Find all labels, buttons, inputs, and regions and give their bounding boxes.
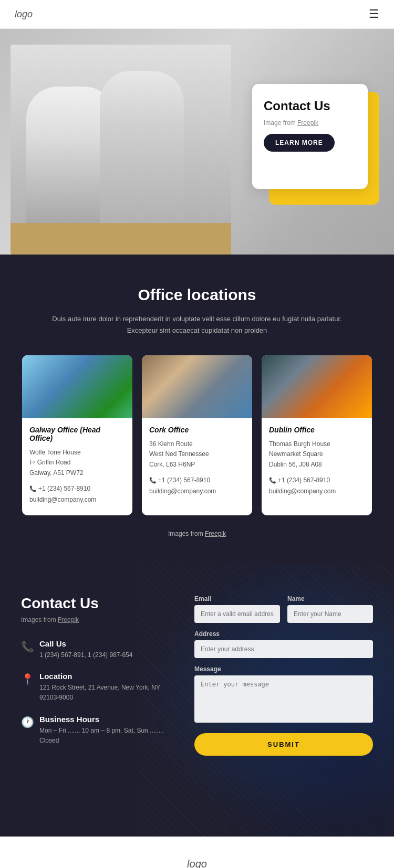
galway-contact-info: +1 (234) 567-8910 building@company.com (29, 483, 125, 506)
office-card-galway: Galway Office (Head Office) Wolfe Tone H… (22, 355, 132, 515)
cork-contact-info: +1 (234) 567-8910 building@company.com (149, 475, 245, 497)
call-us-title: Call Us (39, 639, 132, 648)
hero-contact-card: Contact Us Image from Freepik LEARN MORE (252, 84, 368, 189)
contact-freepik-link[interactable]: Freepik (58, 616, 79, 623)
address-label: Address (194, 630, 373, 638)
submit-button[interactable]: SUBMIT (194, 733, 373, 756)
contact-hours-item: 🕐 Business Hours Mon – Fri ....... 10 am… (21, 715, 173, 746)
name-form-group: Name (287, 595, 373, 623)
contact-location-item: 📍 Location 121 Rock Street, 21 Avenue, N… (21, 672, 173, 703)
message-label: Message (194, 665, 373, 673)
address-form-group: Address (194, 630, 373, 658)
dublin-phone: +1 (234) 567-8910 (269, 475, 365, 486)
address-input[interactable] (194, 640, 373, 658)
cork-email: building@company.com (149, 486, 245, 497)
dublin-email: building@company.com (269, 486, 365, 497)
office-card-cork: Cork Office 36 Kiehn Route West Ned Tenn… (142, 355, 252, 515)
cork-phone: +1 (234) 567-8910 (149, 475, 245, 486)
office-section: Office locations Duis aute irure dolor i… (0, 255, 394, 564)
hero-card-title: Contact Us (264, 99, 330, 114)
footer-logo: logo (11, 858, 383, 868)
dublin-office-address: Thomas Burgh House Newmarket Square Dubl… (269, 439, 365, 470)
galway-office-name: Galway Office (Head Office) (29, 426, 125, 442)
hero-people-area (11, 45, 231, 255)
contact-freepik-ref: Images from Freepik (21, 616, 173, 623)
office-card-dublin: Dublin Office Thomas Burgh House Newmark… (262, 355, 372, 515)
hours-icon: 🕐 (21, 716, 34, 728)
contact-info-panel: Contact Us Images from Freepik 📞 Call Us… (21, 595, 173, 746)
message-input[interactable] (194, 675, 373, 723)
contact-section: Contact Us Images from Freepik 📞 Call Us… (0, 564, 394, 837)
cork-office-image (142, 355, 252, 418)
hero-freepik-link[interactable]: Freepik (297, 119, 318, 126)
message-form-group: Message (194, 665, 373, 723)
cork-office-name: Cork Office (149, 426, 245, 434)
contact-form-panel: Email Name Address Message SUBMIT (194, 595, 373, 756)
email-input[interactable] (194, 605, 280, 623)
dublin-office-name: Dublin Office (269, 426, 365, 434)
location-icon: 📍 (21, 673, 34, 685)
galway-office-address: Wolfe Tone House Fr Griffin Road Galway,… (29, 448, 125, 478)
navbar: logo ☰ (0, 0, 394, 29)
hero-freepik-ref: Image from Freepik (264, 119, 318, 126)
footer: logo f t i in Sample text. Click to sele… (0, 837, 394, 868)
hero-section: Contact Us Image from Freepik LEARN MORE (0, 29, 394, 255)
hours-text: Mon – Fri ....... 10 am – 8 pm, Sat, Sun… (39, 726, 173, 746)
email-form-group: Email (194, 595, 280, 623)
dublin-contact-info: +1 (234) 567-8910 building@company.com (269, 475, 365, 497)
contact-title: Contact Us (21, 595, 173, 612)
office-subtitle: Duis aute irure dolor in reprehenderit i… (16, 313, 378, 336)
form-row-email-name: Email Name (194, 595, 373, 623)
name-label: Name (287, 595, 373, 602)
galway-office-image (22, 355, 132, 418)
location-title: Location (39, 672, 173, 681)
hours-title: Business Hours (39, 715, 173, 724)
galway-phone: +1 (234) 567-8910 (29, 483, 125, 495)
hamburger-menu[interactable]: ☰ (369, 7, 379, 21)
office-freepik-ref: Images from Freepik (16, 530, 378, 537)
name-input[interactable] (287, 605, 373, 623)
dublin-office-image (262, 355, 372, 418)
learn-more-button[interactable]: LEARN MORE (264, 134, 335, 152)
email-label: Email (194, 595, 280, 602)
office-freepik-link[interactable]: Freepik (205, 530, 226, 537)
office-cards-container: Galway Office (Head Office) Wolfe Tone H… (16, 355, 378, 515)
nav-logo: logo (15, 9, 33, 20)
contact-call-item: 📞 Call Us 1 (234) 567-891, 1 (234) 987-6… (21, 639, 173, 660)
location-address: 121 Rock Street, 21 Avenue, New York, NY… (39, 683, 173, 703)
galway-email: building@company.com (29, 494, 125, 506)
call-numbers: 1 (234) 567-891, 1 (234) 987-654 (39, 650, 132, 660)
cork-office-address: 36 Kiehn Route West Ned Tennessee Cork, … (149, 439, 245, 470)
phone-icon: 📞 (21, 640, 34, 653)
office-section-title: Office locations (16, 286, 378, 304)
